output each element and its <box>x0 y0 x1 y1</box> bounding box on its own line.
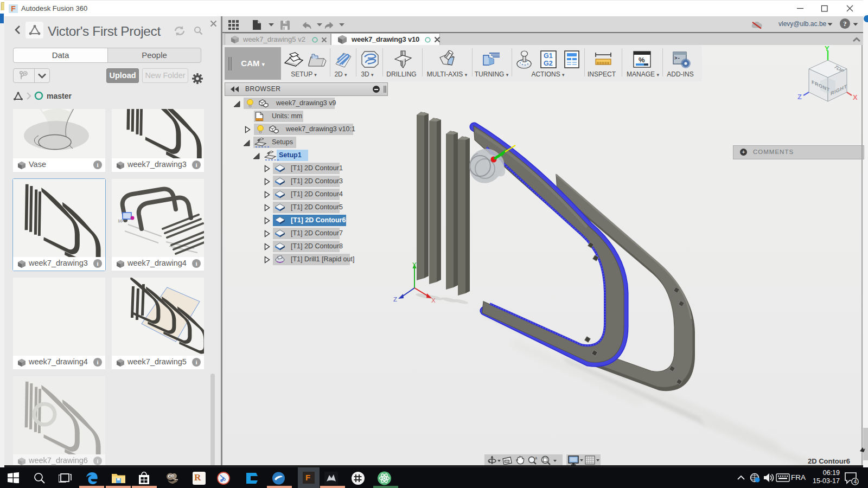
svg-text:X: X <box>853 93 858 101</box>
svg-text:%: % <box>639 56 645 64</box>
svg-text:G2: G2 <box>544 60 553 67</box>
svg-text:±: ± <box>535 455 538 460</box>
svg-text:X: X <box>431 297 436 304</box>
svg-text:4: 4 <box>854 478 857 485</box>
svg-text:G1: G1 <box>544 52 553 60</box>
svg-text:Z: Z <box>797 93 802 101</box>
svg-text:>-: >- <box>674 56 680 61</box>
svg-text:Y: Y <box>825 45 829 53</box>
svg-text:10: 10 <box>118 219 123 223</box>
svg-text:Z: Z <box>393 296 397 303</box>
